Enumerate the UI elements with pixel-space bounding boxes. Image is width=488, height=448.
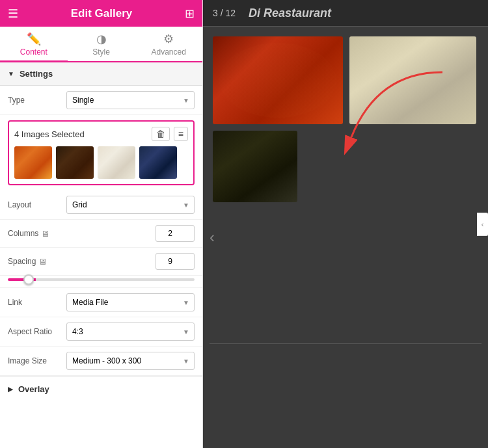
panel-title: Edit Gallery (18, 7, 185, 20)
content-tab-icon: ✏️ (27, 32, 41, 46)
page-counter: 3 / 12 (213, 8, 236, 18)
right-header: 3 / 12 Di Reastaurant (203, 0, 488, 27)
overlay-section-header[interactable]: ▶ Overlay (0, 376, 202, 402)
images-selected-header: 4 Images Selected 🗑 ≡ (14, 127, 188, 141)
columns-row: Columns 🖥 (0, 220, 202, 248)
thumb-3[interactable] (98, 146, 135, 179)
overlay-section-title: Overlay (18, 384, 49, 394)
gallery-image-dark1 (213, 131, 297, 202)
image-thumbnails (14, 146, 188, 179)
link-control: Media File Attachment Page None ▼ (66, 293, 195, 311)
images-actions: 🗑 ≡ (152, 127, 188, 141)
link-row: Link Media File Attachment Page None ▼ (0, 288, 202, 317)
columns-control (66, 225, 195, 242)
panel-content: ▼ Settings Type Single Multiple ▼ 4 Imag… (0, 62, 202, 448)
tab-style[interactable]: ◑ Style (68, 27, 135, 62)
image-size-label: Image Size (8, 356, 66, 365)
image-size-control: Medium - 300 x 300 Large Full Thumbnail … (66, 352, 195, 370)
spacing-row: Spacing 🖥 (0, 248, 202, 276)
link-label: Link (8, 298, 66, 307)
columns-input[interactable] (156, 225, 195, 242)
aspect-ratio-row: Aspect Ratio 4:3 16:9 1:1 3:2 ▼ (0, 317, 202, 347)
layout-select[interactable]: Grid Masonry Justified (66, 196, 195, 214)
reorder-images-button[interactable]: ≡ (174, 127, 188, 141)
gallery-image-pizza (213, 36, 343, 124)
delete-images-button[interactable]: 🗑 (152, 127, 170, 141)
layout-label: Layout (8, 200, 66, 209)
type-label: Type (8, 96, 66, 105)
style-tab-label: Style (92, 47, 110, 57)
columns-label: Columns 🖥 (8, 229, 66, 239)
thumb-2[interactable] (56, 146, 94, 179)
spacing-slider[interactable] (8, 278, 195, 281)
settings-section-title: Settings (20, 69, 53, 79)
style-tab-icon: ◑ (96, 32, 107, 46)
layout-row: Layout Grid Masonry Justified ▼ (0, 191, 202, 220)
image-size-row: Image Size Medium - 300 x 300 Large Full… (0, 347, 202, 376)
advanced-tab-icon: ⚙ (163, 32, 174, 46)
type-select-wrapper: Single Multiple ▼ (66, 91, 195, 109)
overlay-arrow-icon: ▶ (8, 386, 13, 393)
hamburger-icon[interactable]: ☰ (8, 7, 18, 21)
tab-advanced[interactable]: ⚙ Advanced (135, 27, 202, 62)
link-select-wrapper: Media File Attachment Page None ▼ (66, 293, 195, 311)
slider-row (0, 276, 202, 288)
image-size-select-wrapper: Medium - 300 x 300 Large Full Thumbnail … (66, 352, 195, 370)
panel-header: ☰ Edit Gallery ⊞ (0, 0, 202, 27)
gallery-image-mozz (349, 36, 476, 124)
gallery-top-row (213, 36, 478, 124)
spacing-monitor-icon: 🖥 (38, 257, 47, 267)
divider-line (210, 343, 481, 344)
settings-section-header[interactable]: ▼ Settings (0, 62, 202, 86)
columns-monitor-icon: 🖥 (41, 229, 49, 239)
back-arrow-button[interactable]: ‹ (210, 228, 215, 246)
images-selected-box: 4 Images Selected 🗑 ≡ (8, 120, 195, 185)
brand-logo: Di Reastaurant (249, 7, 331, 20)
settings-arrow-icon: ▼ (8, 70, 14, 77)
link-select[interactable]: Media File Attachment Page None (66, 293, 195, 311)
aspect-ratio-label: Aspect Ratio (8, 327, 66, 336)
aspect-ratio-control: 4:3 16:9 1:1 3:2 ▼ (66, 323, 195, 341)
type-row: Type Single Multiple ▼ (0, 86, 202, 115)
layout-control: Grid Masonry Justified ▼ (66, 196, 195, 214)
gallery-bottom-row (213, 131, 478, 202)
grid-icon[interactable]: ⊞ (185, 7, 195, 21)
content-tab-label: Content (20, 47, 47, 57)
left-panel: ☰ Edit Gallery ⊞ ✏️ Content ◑ Style ⚙ Ad… (0, 0, 203, 448)
aspect-ratio-select-wrapper: 4:3 16:9 1:1 3:2 ▼ (66, 323, 195, 341)
right-panel: 3 / 12 Di Reastaurant (203, 0, 488, 448)
type-select[interactable]: Single Multiple (66, 91, 195, 109)
tabs-bar: ✏️ Content ◑ Style ⚙ Advanced (0, 27, 202, 62)
image-size-select[interactable]: Medium - 300 x 300 Large Full Thumbnail (66, 352, 195, 370)
spacing-input[interactable] (156, 253, 195, 270)
images-selected-count: 4 Images Selected (14, 129, 85, 139)
spacing-label: Spacing 🖥 (8, 257, 66, 267)
spacing-value-display (66, 253, 195, 270)
thumb-4[interactable] (139, 146, 177, 179)
tab-content[interactable]: ✏️ Content (0, 27, 68, 62)
type-control: Single Multiple ▼ (66, 91, 195, 109)
advanced-tab-label: Advanced (151, 47, 185, 57)
gallery-area: ‹ (203, 27, 488, 448)
aspect-ratio-select[interactable]: 4:3 16:9 1:1 3:2 (66, 323, 195, 341)
thumb-1[interactable] (14, 146, 52, 179)
layout-select-wrapper: Grid Masonry Justified ▼ (66, 196, 195, 214)
